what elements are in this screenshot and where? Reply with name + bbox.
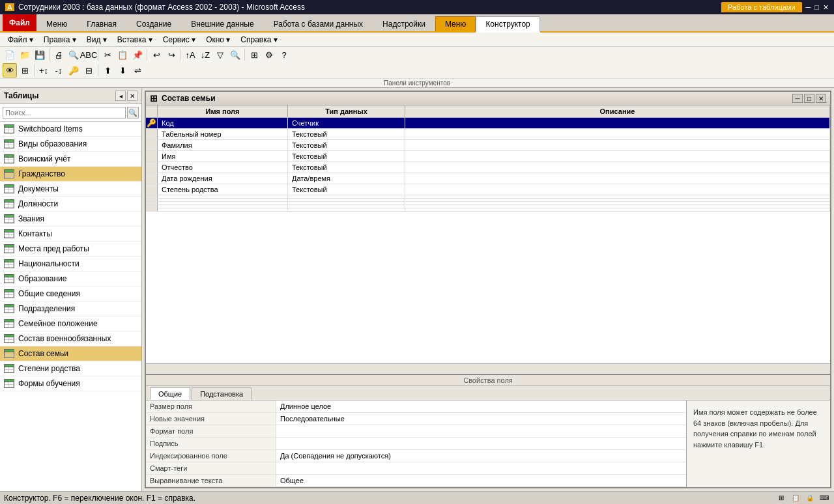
status-icon-2[interactable]: 📋: [790, 492, 801, 504]
tb-print[interactable]: 🖨: [51, 48, 66, 62]
menu-edit[interactable]: Правка ▾: [38, 34, 81, 46]
tb-filter[interactable]: ▽: [213, 48, 227, 62]
field-type-cell[interactable]: Текстовый: [288, 151, 405, 161]
tb-save[interactable]: 💾: [33, 48, 47, 62]
tb-sort-asc[interactable]: ↑A: [183, 48, 197, 62]
field-name-cell[interactable]: [158, 195, 288, 198]
prop-value[interactable]: Последовательные: [276, 413, 686, 425]
table-win-restore[interactable]: □: [804, 94, 814, 103]
field-type-cell[interactable]: [288, 208, 405, 211]
tb-relationships[interactable]: ⇌: [130, 63, 145, 77]
sidebar-item[interactable]: Должности: [0, 197, 141, 212]
field-name-cell[interactable]: [158, 202, 288, 204]
field-type-cell[interactable]: Текстовый: [288, 184, 405, 195]
field-desc-cell[interactable]: [405, 199, 830, 201]
field-name-cell[interactable]: [158, 205, 288, 208]
tb-move-up[interactable]: ⬆: [100, 63, 115, 77]
sidebar-item[interactable]: Документы: [0, 182, 141, 197]
tb-new-obj[interactable]: ⊞: [247, 48, 261, 62]
field-desc-cell[interactable]: [405, 162, 830, 173]
tb-find[interactable]: 🔍: [228, 48, 242, 62]
tab-constructor[interactable]: Конструктор: [476, 16, 539, 33]
menu-window[interactable]: Окно ▾: [201, 34, 235, 46]
field-type-cell[interactable]: Текстовый: [288, 129, 405, 139]
tb-indexes[interactable]: ⊟: [81, 63, 96, 77]
tb-pk[interactable]: 🔑: [66, 63, 81, 77]
tb-field-row[interactable]: ⊞: [18, 63, 32, 77]
tab-menu2[interactable]: Меню: [435, 16, 476, 31]
field-desc-cell[interactable]: [405, 184, 830, 195]
status-icon-1[interactable]: ⊞: [775, 492, 787, 504]
prop-value[interactable]: Да (Совпадения не допускаются): [276, 450, 686, 462]
prop-value[interactable]: [276, 462, 686, 474]
field-type-cell[interactable]: Дата/время: [288, 173, 405, 184]
close-btn[interactable]: ✕: [823, 3, 829, 12]
menu-file[interactable]: Файл ▾: [3, 34, 38, 46]
sidebar-item[interactable]: Семейное положение: [0, 316, 141, 331]
tb-undo[interactable]: ↩: [149, 48, 164, 62]
status-icon-4[interactable]: ⌨: [818, 492, 830, 504]
sidebar-item[interactable]: Switchboard Items: [0, 122, 141, 137]
tb-copy[interactable]: 📋: [115, 48, 130, 62]
field-name-cell[interactable]: [158, 199, 288, 201]
field-type-cell[interactable]: [288, 205, 405, 208]
tb-redo[interactable]: ↪: [164, 48, 179, 62]
scroll-indicator[interactable]: [146, 363, 830, 374]
table-row[interactable]: ОтчествоТекстовый: [146, 162, 830, 173]
field-name-cell[interactable]: Фамилия: [158, 140, 288, 150]
sidebar-item[interactable]: Общие сведения: [0, 287, 141, 301]
field-desc-cell[interactable]: [405, 202, 830, 204]
minimize-btn[interactable]: ─: [806, 3, 811, 11]
field-type-cell[interactable]: [288, 199, 405, 201]
tb-cut[interactable]: ✂: [100, 48, 115, 62]
table-row[interactable]: ИмяТекстовый: [146, 151, 830, 162]
prop-tab-lookup[interactable]: Подстановка: [192, 387, 252, 400]
menu-help[interactable]: Справка ▾: [235, 34, 282, 46]
tb-open[interactable]: 📁: [18, 48, 32, 62]
sidebar-item[interactable]: Образование: [0, 272, 141, 287]
field-desc-cell[interactable]: [405, 151, 830, 161]
tab-dbtools[interactable]: Работа с базами данных: [264, 16, 373, 31]
table-row[interactable]: Табельный номерТекстовый: [146, 129, 830, 140]
status-icon-3[interactable]: 🔒: [804, 492, 816, 504]
table-row[interactable]: ФамилияТекстовый: [146, 140, 830, 151]
tb-delete-row[interactable]: -↕: [51, 63, 66, 77]
sidebar-item[interactable]: Контакты: [0, 227, 141, 242]
field-desc-cell[interactable]: [405, 205, 830, 208]
field-type-cell[interactable]: [288, 195, 405, 198]
tb-help[interactable]: ?: [277, 48, 291, 62]
sidebar-item[interactable]: Степени родства: [0, 361, 141, 376]
sidebar-item[interactable]: Состав семьи: [0, 346, 141, 361]
search-input[interactable]: [3, 107, 126, 119]
tb-insert-row[interactable]: +↕: [36, 63, 51, 77]
tb-move-down[interactable]: ⬇: [115, 63, 130, 77]
field-name-cell[interactable]: Степень родства: [158, 184, 288, 195]
sidebar-item[interactable]: Подразделения: [0, 301, 141, 316]
tab-file[interactable]: Файл: [3, 14, 36, 31]
tb-properties[interactable]: ⚙: [262, 48, 276, 62]
field-type-cell[interactable]: Текстовый: [288, 140, 405, 150]
sidebar-item[interactable]: Формы обучения: [0, 376, 141, 391]
sidebar-collapse[interactable]: ◂: [115, 91, 126, 101]
sidebar-item[interactable]: Гражданство: [0, 167, 141, 182]
field-name-cell[interactable]: Имя: [158, 151, 288, 161]
table-row[interactable]: Степень родстваТекстовый: [146, 184, 830, 195]
field-desc-cell[interactable]: [405, 129, 830, 139]
sidebar-item[interactable]: Состав военнообязанных: [0, 331, 141, 346]
field-name-cell[interactable]: Отчество: [158, 162, 288, 173]
sidebar-close[interactable]: ✕: [127, 91, 137, 101]
field-type-cell[interactable]: Счетчик: [288, 118, 405, 128]
prop-value[interactable]: [276, 438, 686, 449]
tb-view[interactable]: 👁: [3, 63, 17, 77]
tb-new[interactable]: 📄: [3, 48, 17, 62]
prop-value[interactable]: Длинное целое: [276, 400, 686, 412]
field-desc-cell[interactable]: [405, 195, 830, 198]
tb-sort-desc[interactable]: ↓Z: [198, 48, 212, 62]
field-type-cell[interactable]: [288, 202, 405, 204]
restore-btn[interactable]: □: [814, 3, 819, 11]
menu-service[interactable]: Сервис ▾: [158, 34, 201, 46]
table-win-close[interactable]: ✕: [816, 94, 826, 103]
field-desc-cell[interactable]: [405, 118, 830, 128]
sidebar-item[interactable]: Виды образования: [0, 137, 141, 152]
tb-paste[interactable]: 📌: [130, 48, 145, 62]
